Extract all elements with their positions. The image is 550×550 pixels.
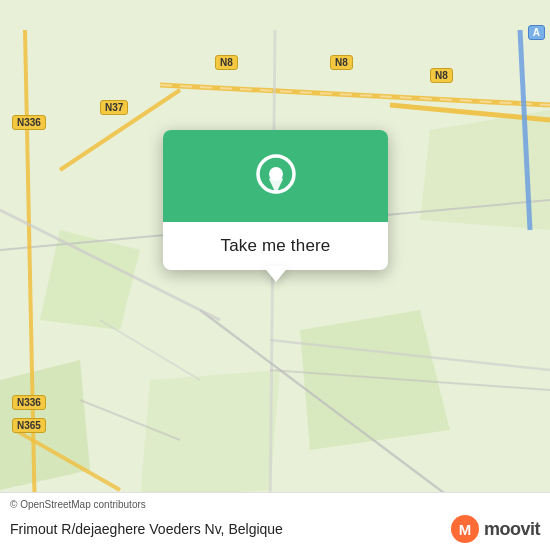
popup-card: Take me there: [163, 130, 388, 270]
location-pin-icon: [250, 152, 302, 204]
road-badge-n336-top: N336: [12, 115, 46, 130]
road-badge-n37: N37: [100, 100, 128, 115]
popup-pointer: [263, 266, 289, 282]
road-badge-n8-top: N8: [215, 55, 238, 70]
map-container: N8 N8 N8 N37 N336 N336 N365 A Take me th…: [0, 0, 550, 550]
bottom-bar: © OpenStreetMap contributors Frimout R/d…: [0, 492, 550, 550]
road-badge-n365: N365: [12, 418, 46, 433]
popup-button-area[interactable]: Take me there: [163, 222, 388, 270]
popup-icon-area: [163, 130, 388, 222]
road-badge-n8-right: N8: [330, 55, 353, 70]
moovit-icon: M: [450, 514, 480, 544]
attribution-text: © OpenStreetMap contributors: [10, 499, 540, 510]
svg-text:M: M: [459, 521, 472, 538]
road-badge-n8-far: N8: [430, 68, 453, 83]
take-me-there-button[interactable]: Take me there: [221, 236, 331, 256]
moovit-logo: M moovit: [450, 514, 540, 544]
place-info: Frimout R/dejaeghere Voeders Nv, Belgiqu…: [10, 514, 540, 544]
moovit-text: moovit: [484, 519, 540, 540]
road-badge-a: A: [528, 25, 545, 40]
svg-marker-6: [140, 370, 280, 500]
road-badge-n336-bottom: N336: [12, 395, 46, 410]
place-name: Frimout R/dejaeghere Voeders Nv, Belgiqu…: [10, 521, 283, 537]
